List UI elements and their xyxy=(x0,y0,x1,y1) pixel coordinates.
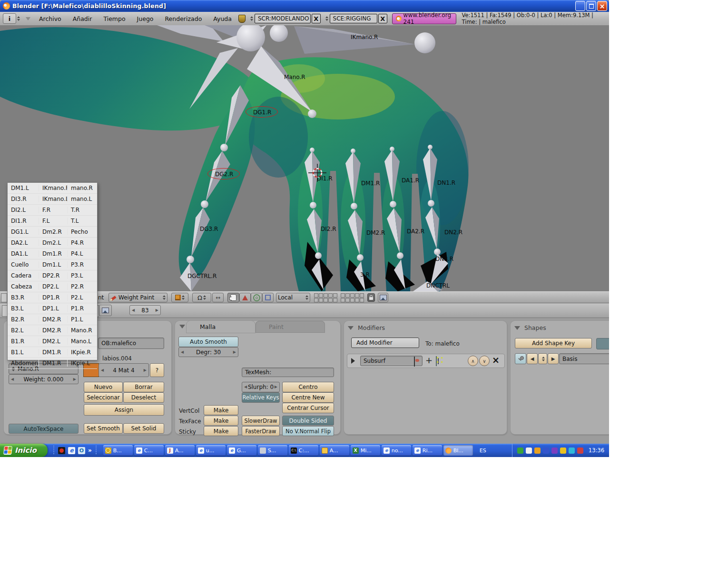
modifier-move-up-button[interactable]: ∧ xyxy=(468,356,478,366)
popup-row[interactable]: DI3.RIKmano.Lmano.L xyxy=(8,194,97,205)
menu-item-archivo[interactable]: Archivo xyxy=(39,15,61,22)
assign-button[interactable]: Assign xyxy=(84,404,164,416)
layer-cell[interactable] xyxy=(333,293,337,298)
slurph-right-arrow[interactable]: ▶ xyxy=(275,385,277,389)
layer-cell[interactable] xyxy=(355,293,359,298)
material-index-field[interactable]: ◀ 4 Mat 4 ▶ xyxy=(98,363,149,377)
popup-row[interactable]: B1.RDM2.LMano.L xyxy=(8,336,97,347)
layer-cell[interactable] xyxy=(319,298,323,302)
menu-item-renderizado[interactable]: Renderizado xyxy=(165,15,202,22)
panel-collapse-icon[interactable] xyxy=(514,326,520,330)
modifier-move-down-button[interactable]: ∨ xyxy=(479,356,490,366)
popup-row[interactable]: DA1.LDm1.RP4.L xyxy=(8,249,97,259)
frame-right-arrow[interactable]: ▶ xyxy=(156,308,158,312)
shape-name-field[interactable]: Basis xyxy=(559,353,609,364)
modifier-editmode-icon[interactable] xyxy=(436,356,437,366)
popup-cell[interactable]: Dm2.R xyxy=(39,229,67,235)
no-vnormal-flip-toggle[interactable]: No V.Normal Flip xyxy=(282,426,334,436)
menu-item-ayuda[interactable]: Ayuda xyxy=(213,15,232,22)
popup-cell[interactable]: IKmano.R xyxy=(39,185,67,191)
network-icon[interactable] xyxy=(543,448,549,454)
minimize-button[interactable]: _ xyxy=(575,1,585,11)
taskbar-button-a[interactable]: A... xyxy=(320,445,349,456)
layer-cell[interactable] xyxy=(319,293,323,298)
menu-item-tiempo[interactable]: Tiempo xyxy=(103,15,125,22)
mat-right-arrow[interactable]: ▶ xyxy=(144,368,147,372)
borrar-button[interactable]: Borrar xyxy=(123,382,164,392)
taskbar-button-c[interactable]: C:\C:... xyxy=(289,445,318,456)
material-help-button[interactable]: ? xyxy=(150,363,164,377)
quick-launch-overflow[interactable]: » xyxy=(88,447,92,454)
layer-cell[interactable] xyxy=(360,293,364,298)
layer-cell[interactable] xyxy=(328,293,333,298)
window-type-button[interactable]: i xyxy=(3,13,16,24)
texmesh-field[interactable]: TexMesh: xyxy=(242,368,334,377)
screen-close-button[interactable]: X xyxy=(312,14,321,23)
add-shape-key-button[interactable]: Add Shape Key xyxy=(515,338,592,348)
slurph-field[interactable]: ◀ Slurph: 0 ▶ xyxy=(242,382,280,392)
popup-row[interactable]: CaderaDP2.RP3.L xyxy=(8,270,97,281)
weight-left-arrow[interactable]: ◀ xyxy=(11,378,14,381)
start-button[interactable]: Inicio xyxy=(0,444,48,457)
layer-cell[interactable] xyxy=(345,293,350,298)
tab-malla[interactable]: Malla xyxy=(187,321,255,333)
taskbar-button-a[interactable]: JA... xyxy=(165,445,195,456)
fasterdraw-button[interactable]: FasterDraw xyxy=(242,426,280,436)
popup-cell[interactable]: DI2.L xyxy=(8,207,39,213)
frame-left-arrow[interactable]: ◀ xyxy=(132,308,135,312)
autotexspace-button[interactable]: AutoTexSpace xyxy=(9,424,79,434)
layer-cell[interactable] xyxy=(324,298,328,302)
manipulator-translate-button[interactable] xyxy=(239,293,251,302)
screen-stepper[interactable] xyxy=(250,16,253,21)
popup-cell[interactable]: DP2.R xyxy=(39,272,67,279)
popup-cell[interactable]: DM2.R xyxy=(39,316,67,323)
layer-cell[interactable] xyxy=(350,293,354,298)
transform-orientation-dropdown[interactable]: Local xyxy=(276,293,310,302)
lock-layers-button[interactable] xyxy=(367,293,375,302)
taskbar-button-s[interactable]: S... xyxy=(258,445,287,456)
popup-cell[interactable]: P3.R xyxy=(67,261,97,268)
degr-left-arrow[interactable]: ◀ xyxy=(181,350,184,354)
shape-toggle-fragment[interactable] xyxy=(596,338,609,349)
popup-row[interactable]: B1.LDM1.RIKpie.R xyxy=(8,347,97,358)
popup-cell[interactable]: IKpie.R xyxy=(67,349,97,356)
layer-cell[interactable] xyxy=(314,298,318,302)
popup-row[interactable]: CabezaDP2.LP2.R xyxy=(8,281,97,292)
shading-buttons-button[interactable] xyxy=(99,305,112,316)
texface-make-button[interactable]: Make xyxy=(204,416,238,426)
popup-cell[interactable]: Dm2.L xyxy=(39,239,67,246)
mode-dropdown[interactable]: Weight Paint xyxy=(108,293,167,302)
popup-cell[interactable]: IKmano.L xyxy=(39,196,67,202)
modifier-render-icon[interactable] xyxy=(414,357,415,367)
degr-field[interactable]: ◀ Degr: 30 ▶ xyxy=(178,347,238,357)
popup-cell[interactable]: Cadera xyxy=(8,272,39,279)
relative-keys-toggle[interactable]: Relative Keys xyxy=(242,392,280,403)
sticky-make-button[interactable]: Make xyxy=(204,426,238,436)
manipulator-hand-button[interactable] xyxy=(227,293,239,302)
scene-close-button[interactable]: X xyxy=(378,14,387,23)
restore-button[interactable] xyxy=(586,1,596,11)
popup-cell[interactable]: Dm1.R xyxy=(39,250,67,257)
popup-row[interactable]: CuelloDm1.LP3.R xyxy=(8,259,97,270)
popup-cell[interactable]: B2.R xyxy=(8,316,39,323)
menu-item-añadir[interactable]: Añadir xyxy=(73,15,92,22)
messenger-icon[interactable] xyxy=(526,448,532,454)
popup-cell[interactable]: DM1.L xyxy=(8,185,39,191)
blender-org-button[interactable]: www.blender.org 241 xyxy=(392,13,456,24)
window-type-stepper[interactable] xyxy=(17,16,20,21)
popup-cell[interactable]: DG1.L xyxy=(8,229,39,235)
popup-cell[interactable]: DP1.R xyxy=(39,294,67,301)
modifier-name-field[interactable]: Subsurf xyxy=(360,356,423,366)
paint-menu-fragment[interactable]: nt xyxy=(98,294,104,301)
popup-row[interactable]: DG1.LDm2.RPecho xyxy=(8,227,97,238)
popup-cell[interactable]: mano.L xyxy=(67,196,97,202)
weight-right-arrow[interactable]: ▶ xyxy=(73,378,76,381)
add-modifier-button[interactable]: Add Modifier xyxy=(351,338,419,348)
shape-stepper[interactable] xyxy=(538,353,547,364)
next-shape-button[interactable]: ▶ xyxy=(548,353,559,364)
panel-collapse-icon[interactable] xyxy=(179,325,185,328)
layer-cell[interactable] xyxy=(350,298,354,302)
popup-cell[interactable]: T.R xyxy=(67,207,97,213)
taskbar-button-c[interactable]: eC... xyxy=(134,445,164,456)
popup-cell[interactable]: DM1.R xyxy=(39,360,67,367)
